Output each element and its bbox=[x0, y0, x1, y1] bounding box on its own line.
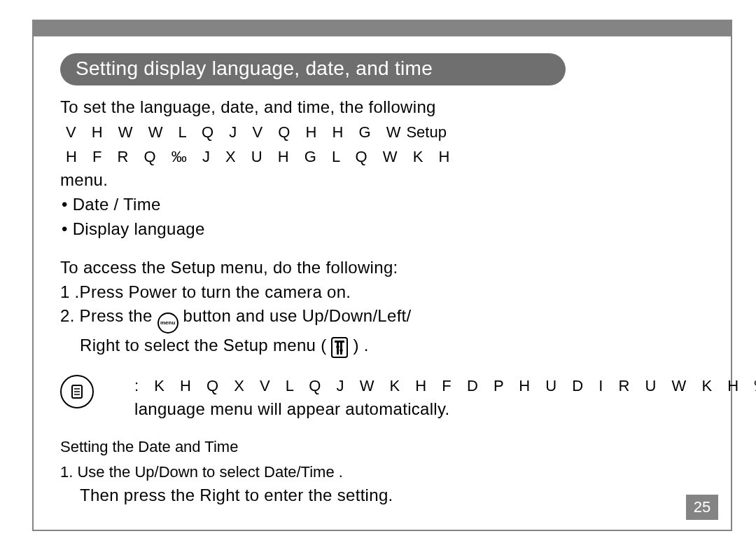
garbled-line-1: V H W W L Q J V Q H H G WSetup H F R Q ‰… bbox=[66, 120, 704, 169]
page-content: Setting display language, date, and time… bbox=[34, 36, 731, 508]
step-2b-text: button and use Up/Down/Left/ bbox=[183, 306, 412, 325]
page-frame: Setting display language, date, and time… bbox=[32, 20, 732, 531]
svg-rect-1 bbox=[337, 343, 339, 355]
svg-rect-2 bbox=[340, 343, 342, 355]
step-2a-text: 2. Press the bbox=[60, 306, 158, 325]
bullet-date-time: • Date / Time bbox=[60, 193, 704, 217]
access-line: To access the Setup menu, do the followi… bbox=[60, 256, 704, 280]
svg-point-4 bbox=[340, 349, 344, 352]
menu-button-icon: menu bbox=[158, 312, 178, 334]
step-1: 1 .Press Power to turn the camera on. bbox=[60, 280, 704, 305]
step-2d-text: ) . bbox=[353, 336, 368, 355]
svg-rect-0 bbox=[335, 341, 344, 343]
note-text: : K H Q X V L Q J W K H F D P H U D I R … bbox=[134, 375, 756, 422]
step-2-line-1: 2. Press the menu button and use Up/Down… bbox=[60, 304, 704, 334]
bullet-display-language: • Display language bbox=[60, 217, 704, 242]
section-title: Setting display language, date, and time bbox=[60, 53, 566, 85]
step-2-line-2: Right to select the Setup menu ( ) . bbox=[60, 334, 704, 358]
note-line-2: language menu will appear automatically. bbox=[134, 397, 756, 422]
sub-step-1: 1. Use the Up/Down to select Date/Time . bbox=[60, 461, 704, 483]
intro-line: To set the language, date, and time, the… bbox=[60, 95, 704, 120]
sub-step-1b: Then press the Right to enter the settin… bbox=[60, 483, 704, 508]
note-garbled-line: : K H Q X V L Q J W K H F D P H U D I R … bbox=[134, 375, 756, 397]
svg-point-3 bbox=[337, 345, 340, 349]
setup-menu-icon bbox=[331, 337, 348, 358]
body-text: To set the language, date, and time, the… bbox=[60, 95, 704, 508]
garbled-segment-a: V H W W L Q J V Q H H G W bbox=[66, 123, 406, 141]
page-number: 25 bbox=[686, 495, 718, 520]
note-row: : K H Q X V L Q J W K H F D P H U D I R … bbox=[60, 375, 704, 422]
note-icon bbox=[60, 375, 94, 408]
menu-label: menu. bbox=[60, 168, 704, 193]
setup-word-inline: Setup bbox=[406, 123, 447, 141]
subheading-date-time: Setting the Date and Time bbox=[60, 436, 704, 458]
garbled-segment-b: H F R Q ‰ J X U H G L Q W K H bbox=[66, 148, 455, 165]
step-2c-text: Right to select the Setup menu ( bbox=[80, 336, 326, 355]
